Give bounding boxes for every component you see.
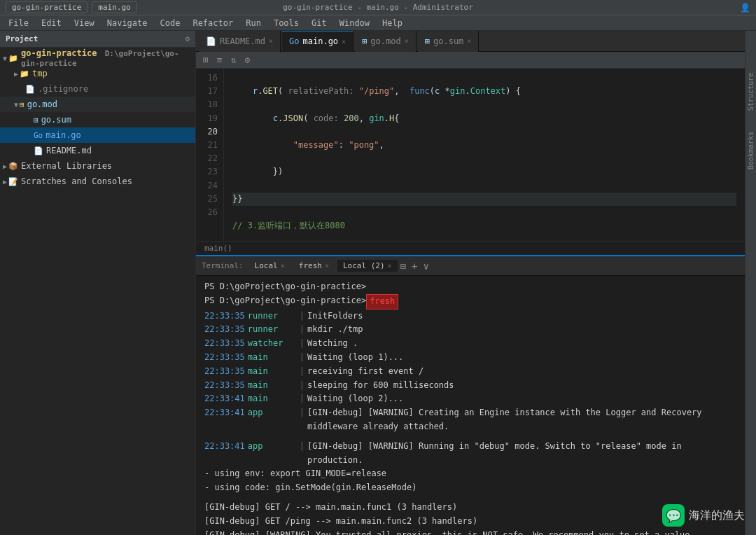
gosum-tab-close[interactable]: × [467,37,471,45]
gomod-tab-close[interactable]: × [405,37,409,45]
term-tab-fresh-close[interactable]: × [325,262,329,270]
term-time-1: 22:33:35 [204,310,245,324]
readme-tab-close[interactable]: × [269,37,273,45]
tree-tmp[interactable]: ▶ 📁 tmp [0,66,195,81]
menu-navigate[interactable]: Navigate [102,17,153,29]
gitignore-label: .gitignore [38,84,88,94]
code-content[interactable]: r.GET( relativePath: "/ping", func(c *gi… [224,69,745,241]
term-time-6: 22:33:35 [204,379,245,393]
sum-icon: ⊞ [34,116,38,125]
tab-gosum[interactable]: ⊞ go.sum × [418,31,479,52]
term-tab-fresh[interactable]: fresh × [293,260,335,272]
term-plain-text-1: - using env: export GIN_MODE=release [204,467,386,481]
term-arrow-icon[interactable]: ∨ [423,260,428,272]
term-component-5: main [248,365,297,379]
watermark-text: 海洋的渔夫 [689,508,745,523]
tree-gomod[interactable]: ▼ ⊞ go.mod [0,97,195,112]
maingo-tab-close[interactable]: × [342,38,346,46]
menu-edit[interactable]: Edit [36,17,67,29]
term-time-3: 22:33:35 [204,337,245,351]
term-log-5: 22:33:35 main | receiving first event / [204,365,736,379]
term-add-icon[interactable]: + [412,260,417,272]
titlebar: go-gin-practice main.go go-gin-practice … [0,0,756,15]
menu-tools[interactable]: Tools [268,17,304,29]
terminal-content[interactable]: PS D:\goProject\go-gin-practice> PS D:\g… [196,276,745,535]
menu-run[interactable]: Run [240,17,267,29]
line-numbers: 16 17 18 19 20 21 22 23 24 25 26 [196,69,224,241]
tab-readme[interactable]: 📄 README.md × [199,31,281,52]
sidebar-header: Project ⚙ [0,31,195,48]
tmp-chevron-icon: ▶ [14,70,18,78]
breadcrumb-text: main() [204,244,232,253]
titlebar-title: go-gin-practice - main.go - Administrato… [283,3,473,12]
maingo-tab-icon: Go [289,36,299,46]
bookmarks-label[interactable]: Bookmarks [747,132,755,169]
menu-view[interactable]: View [69,17,100,29]
toolbar-sort-icon[interactable]: ⇅ [230,55,238,65]
menu-refactor[interactable]: Refactor [187,17,239,29]
tree-readme[interactable]: 📄 README.md [0,143,195,158]
toolbar-structure-icon[interactable]: ⊞ [202,55,210,65]
readme-icon: 📄 [34,146,43,155]
term-tab-local2[interactable]: Local (2) × [337,260,398,272]
term-time-9: 22:33:41 [204,440,245,454]
toolbar-list-icon[interactable]: ≡ [216,55,224,65]
tree-gosum[interactable]: ⊞ go.sum [0,112,195,127]
code-line-19: }) [232,165,736,179]
folder-icon: 📁 [20,69,29,78]
tree-scratches[interactable]: ▶ 📝 Scratches and Consoles [0,174,195,189]
gomod-label: go.mod [27,99,57,109]
project-tab-pill[interactable]: go-gin-practice [6,1,88,13]
menu-code[interactable]: Code [155,17,186,29]
term-log-6: 22:33:35 main | sleeping for 600 millise… [204,379,736,393]
maingo-tab-label: main.go [303,36,339,46]
term-tab-fresh-label: fresh [299,261,322,270]
gitignore-icon: 📄 [25,85,35,94]
menu-git[interactable]: Git [306,17,332,29]
term-text-1: InitFolders [307,310,363,324]
term-sep-3: | [300,337,304,351]
term-sep-2: | [300,323,304,337]
vertical-labels-panel: Structure Bookmarks [745,31,756,535]
gomod-tab-icon: ⊞ [362,36,367,46]
term-text-9: [GIN-debug] [WARNING] Running in "debug"… [307,440,736,468]
term-tab-local2-label: Local (2) [343,261,385,270]
sidebar-settings-icon[interactable]: ⚙ [185,34,190,43]
toolbar-settings-icon[interactable]: ⚙ [243,55,251,65]
term-tab-local-close[interactable]: × [281,262,285,270]
tree-root[interactable]: ▼ 📁 go-gin-practice D:\goProject\go-gin-… [0,50,195,66]
ext-libs-chevron-icon: ▶ [3,162,7,170]
term-tab-local2-close[interactable]: × [388,262,392,270]
term-command-line: PS D:\goProject\go-gin-practice> fresh [204,294,736,310]
structure-label[interactable]: Structure [747,73,755,111]
code-line-20: }} [232,193,736,206]
scratches-icon: 📝 [8,177,18,186]
file-tab-pill[interactable]: main.go [92,1,136,13]
code-editor[interactable]: 16 17 18 19 20 21 22 23 24 25 26 r.GET( … [196,69,745,241]
term-command-fresh: fresh [366,294,398,310]
term-component-1: runner [248,310,297,324]
term-plain-text-2: - using code: gin.SetMode(gin.ReleaseMod… [204,481,416,495]
editor-tabs: 📄 README.md × Go main.go × ⊞ go.mod × [196,31,745,52]
term-component-9: app [248,440,297,454]
term-plain-2: - using code: gin.SetMode(gin.ReleaseMod… [204,481,736,495]
term-sep-4: | [300,351,304,365]
menu-file[interactable]: File [3,17,34,29]
project-tab-label: go-gin-practice [12,3,81,12]
wechat-logo: 💬 [666,508,681,523]
term-split-icon[interactable]: ⊟ [400,260,406,272]
term-tab-local[interactable]: Local × [249,260,290,272]
tree-gitignore[interactable]: 📄 .gitignore [0,81,195,97]
gomod-chevron-icon: ▼ [14,101,18,109]
term-sep-1: | [300,310,304,324]
tab-maingo[interactable]: Go main.go × [282,31,354,52]
tree-maingo[interactable]: Go main.go [0,127,195,143]
editor-area: 📄 README.md × Go main.go × ⊞ go.mod × [196,31,745,535]
term-prompt-text: PS D:\goProject\go-gin-practice> [204,280,366,294]
menu-help[interactable]: Help [377,17,408,29]
tab-gomod[interactable]: ⊞ go.mod × [355,31,416,52]
code-line-17: c.JSON( code: 200, gin.H{ [232,112,736,125]
tree-ext-libs[interactable]: ▶ 📦 External Libraries [0,158,195,174]
term-plain-1: - using env: export GIN_MODE=release [204,467,736,481]
menu-window[interactable]: Window [334,17,375,29]
